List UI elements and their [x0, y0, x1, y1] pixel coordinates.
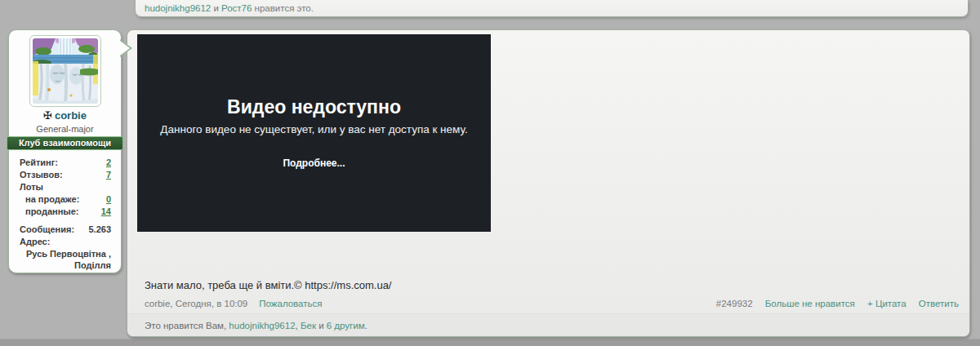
prev-post-likes-bar: hudojnikhg9612 и Рост76 нравится это. [135, 0, 969, 17]
stat-rating: Рейтинг: 2 [20, 157, 111, 169]
post-signature: Знати мало, треба ще й вміти.© https://m… [145, 279, 392, 291]
author-group-banner: Клуб взаимопомощи [7, 136, 123, 150]
stat-label: проданные: [25, 206, 79, 218]
author-stats: Рейтинг: 2 Отзывов: 7 Лоты на продаже: 0… [20, 157, 111, 271]
stat-label: Лоты [20, 181, 43, 193]
post-date: , Сегодня, в 10:09 [170, 299, 247, 308]
author-profile-link[interactable]: corbie [55, 109, 87, 122]
stat-label: Рейтинг: [20, 157, 58, 169]
stat-messages: Сообщения: 5.263 [20, 224, 111, 236]
liked-user-link[interactable]: hudojnikhg9612 [145, 3, 211, 13]
stat-reviews-link[interactable]: 7 [106, 169, 111, 181]
page: hudojnikhg9612 и Рост76 нравится это. [0, 0, 980, 346]
post-body: Видео недоступно Данного видео не сущест… [127, 29, 970, 337]
stat-on-sale-link[interactable]: 0 [106, 193, 111, 206]
post-author: corbie [145, 299, 170, 308]
stat-label: Сообщения: [20, 224, 74, 236]
cross-icon: ✠ [43, 109, 52, 122]
video-unavailable-message: Данного видео не существует, или у вас н… [160, 124, 467, 135]
sidebar-bubble-tail-fill [120, 41, 130, 55]
report-link[interactable]: Пожаловаться [259, 299, 322, 308]
author-panel: ✠corbie General-major Клуб взаимопомощи … [8, 29, 122, 273]
post-likes-bar: Это нравится Вам, hudojnikhg9612, Бек и … [127, 313, 969, 336]
avatar[interactable] [29, 35, 101, 107]
address-line: Поділля [20, 260, 111, 271]
likes-conjunction: и [211, 3, 221, 13]
stat-rating-link[interactable]: 2 [106, 157, 111, 169]
likes-prefix: Это нравится Вам, [145, 321, 229, 330]
likes-period: . [365, 321, 368, 330]
stat-reviews: Отзывов: 7 [20, 169, 111, 181]
liked-user-link[interactable]: hudojnikhg9612 [229, 321, 295, 330]
post-meta-row: corbie, Сегодня, в 10:09Пожаловаться #24… [145, 297, 959, 310]
reply-link[interactable]: Ответить [919, 299, 959, 308]
video-embed[interactable]: Видео недоступно Данного видео не сущест… [137, 34, 491, 232]
likes-others-link[interactable]: 6 другим [327, 321, 365, 330]
stat-on-sale: на продаже: 0 [20, 193, 111, 206]
author-name-row: ✠corbie [9, 109, 121, 122]
quote-link[interactable]: + Цитата [867, 299, 906, 308]
likes-conjunction: и [316, 321, 327, 330]
address-line: Русь Первоцвітна , [20, 248, 111, 260]
stat-label: на продаже: [25, 193, 79, 206]
stat-label: Адрес: [20, 236, 50, 248]
post-meta-left: corbie, Сегодня, в 10:09Пожаловаться [145, 297, 322, 310]
author-rank: General-major [9, 124, 121, 134]
video-more-link[interactable]: Подробнее... [283, 157, 345, 169]
liked-user-link[interactable]: Рост76 [221, 3, 252, 13]
video-unavailable-title: Видео недоступно [227, 96, 401, 118]
post-id: #249932 [716, 299, 753, 308]
page-bottom-band [0, 339, 980, 346]
liked-user-link[interactable]: Бек [301, 321, 316, 330]
stat-sold-link[interactable]: 14 [101, 206, 111, 218]
stat-lots: Лоты [20, 181, 111, 193]
stat-label: Отзывов: [20, 169, 63, 181]
unlike-link[interactable]: Больше не нравится [765, 299, 855, 308]
post-meta-right: #249932 Больше не нравится + Цитата Отве… [716, 297, 959, 310]
avatar-image [33, 38, 98, 104]
stat-sold: проданные: 14 [20, 206, 111, 218]
likes-suffix: нравится это. [252, 3, 314, 13]
stat-address: Адрес: [20, 236, 111, 248]
stat-messages-value: 5.263 [88, 224, 111, 236]
